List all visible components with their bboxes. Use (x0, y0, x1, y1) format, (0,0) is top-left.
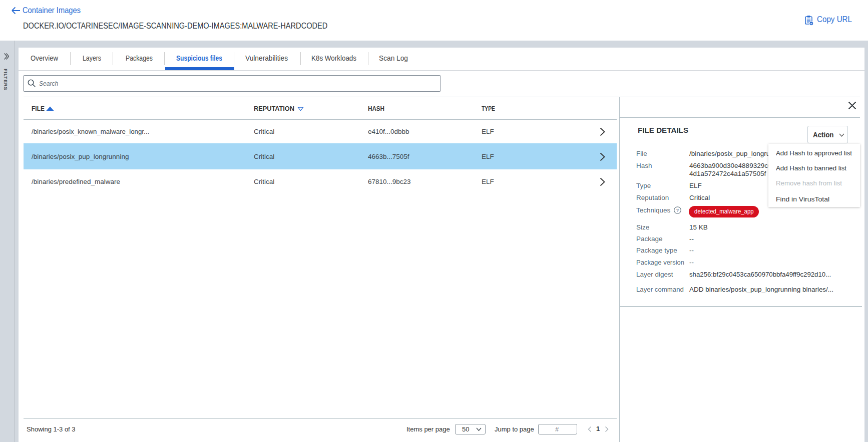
svg-text:?: ? (676, 207, 679, 213)
